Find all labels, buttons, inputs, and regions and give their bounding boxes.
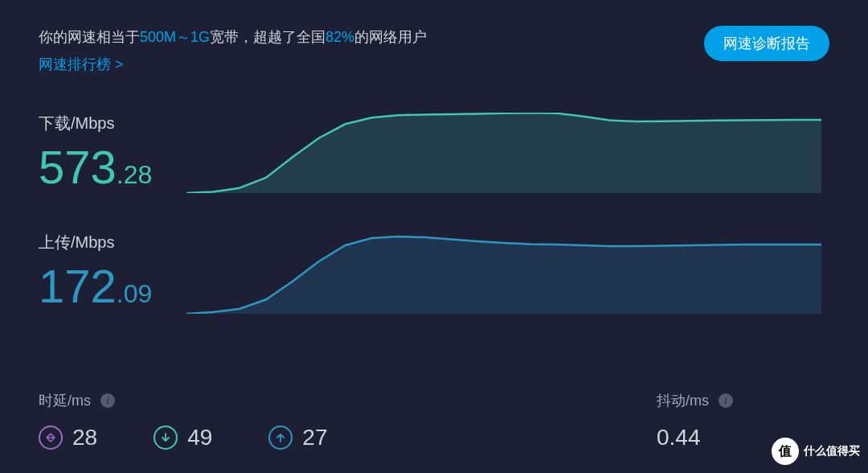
info-icon[interactable]: i: [719, 393, 733, 408]
upload-chart: [186, 233, 821, 314]
watermark-badge-icon: 值: [772, 438, 799, 465]
download-frac: .28: [117, 160, 152, 189]
latency-upload: 27: [268, 425, 327, 450]
jitter-value: 0.44: [657, 425, 733, 450]
rank-link[interactable]: 网速排行榜 >: [39, 55, 124, 74]
latency-label: 时延/ms i: [39, 391, 327, 410]
upload-frac: .09: [117, 279, 152, 308]
upload-metric: 上传/Mbps 172.09: [39, 232, 152, 310]
download-chart: [186, 113, 821, 193]
upload-int: 172: [39, 260, 117, 312]
latency-download: 49: [154, 425, 212, 450]
latency-upload-value: 27: [302, 425, 327, 450]
jitter-label: 抖动/ms i: [657, 391, 733, 410]
summary-prefix: 你的网速相当于: [39, 29, 140, 45]
latency-idle: 28: [39, 425, 97, 450]
summary-suffix: 的网络用户: [354, 29, 427, 45]
speed-summary: 你的网速相当于500M～1G宽带，超越了全国82%的网络用户: [39, 26, 427, 48]
watermark: 值 什么值得买: [772, 438, 860, 465]
download-label: 下载/Mbps: [39, 113, 152, 134]
idle-icon: [39, 426, 63, 450]
latency-download-value: 49: [187, 425, 212, 450]
download-int: 573: [39, 141, 117, 193]
upload-label: 上传/Mbps: [39, 232, 152, 253]
summary-percent: 82%: [326, 29, 354, 45]
latency-idle-value: 28: [72, 425, 97, 450]
watermark-text: 什么值得买: [804, 444, 860, 459]
summary-mid: 宽带，超越了全国: [210, 29, 326, 45]
download-arrow-icon: [154, 426, 178, 450]
report-button[interactable]: 网速诊断报告: [704, 26, 829, 61]
summary-bandwidth: 500M～1G: [140, 29, 210, 45]
info-icon[interactable]: i: [100, 393, 115, 408]
upload-arrow-icon: [268, 426, 293, 450]
download-metric: 下载/Mbps 573.28: [39, 113, 152, 191]
